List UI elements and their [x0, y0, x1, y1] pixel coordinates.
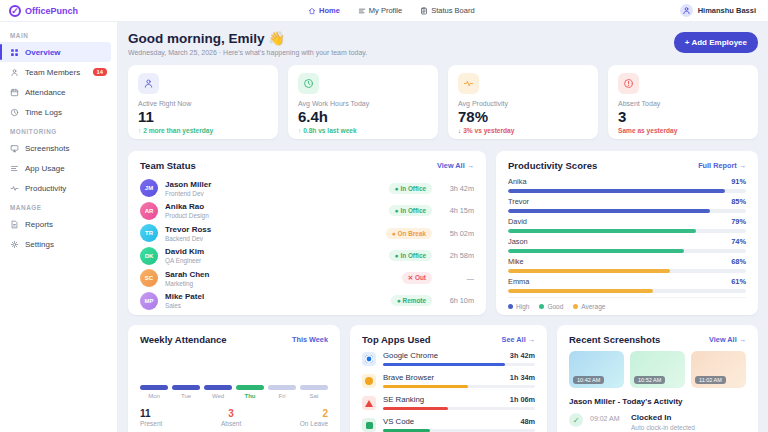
score-percent: 68% — [731, 257, 746, 266]
team-status-view-all-link[interactable]: View All → — [437, 161, 474, 170]
monitor-icon — [10, 144, 19, 153]
attendance-label: On Leave — [300, 420, 328, 427]
screenshot-thumbnail[interactable]: 10:52 AM — [630, 351, 685, 388]
stat-delta: Same as yesterday — [618, 127, 748, 134]
app-usage-row[interactable]: SE Ranking1h 06m — [362, 395, 535, 410]
day-bar — [172, 385, 200, 390]
day-column-tue[interactable]: Tue — [172, 385, 200, 399]
score-name: Anika — [508, 177, 527, 186]
pulse-icon — [10, 184, 19, 193]
score-track — [508, 249, 746, 253]
score-percent: 79% — [731, 217, 746, 226]
topnav-item-status-board[interactable]: Status Board — [420, 6, 474, 15]
member-hours: 2h 58m — [432, 251, 474, 260]
app-usage-row[interactable]: Google Chrome3h 42m — [362, 351, 535, 366]
team-member-row[interactable]: DK David KimQA Engineer ● In Office 2h 5… — [140, 245, 474, 268]
member-avatar: MP — [140, 292, 158, 310]
productivity-row: Mike68% — [508, 257, 746, 273]
sidebar-item-productivity[interactable]: Productivity — [0, 178, 117, 198]
day-column-sat[interactable]: Sat — [300, 385, 328, 399]
app-track — [383, 385, 535, 388]
stat-card-avg-productivity: Avg Productivity 78% ↓ 3% vs yesterday — [448, 65, 598, 139]
sidebar-item-team-members[interactable]: Team Members14 — [0, 62, 117, 82]
stat-cards: Active Right Now 11 ↑ 2 more than yester… — [128, 65, 758, 139]
screenshots-view-all-link[interactable]: View All → — [709, 335, 746, 344]
productivity-title: Productivity Scores — [508, 160, 597, 171]
app-icon-chip — [362, 396, 376, 410]
productivity-row: David79% — [508, 217, 746, 233]
grid-icon — [10, 48, 19, 57]
topnav-item-home[interactable]: Home — [308, 6, 340, 15]
sidebar-item-app-usage[interactable]: App Usage — [0, 158, 117, 178]
score-bar — [508, 249, 684, 253]
status-badge: ● In Office — [389, 205, 432, 216]
topnav-item-label: My Profile — [369, 6, 402, 15]
team-member-row[interactable]: JM Jason MillerFrontend Dev ● In Office … — [140, 177, 474, 200]
add-employee-button[interactable]: + Add Employee — [674, 32, 758, 53]
full-report-link[interactable]: Full Report → — [698, 161, 746, 170]
status-badge: ● In Office — [389, 250, 432, 261]
sidebar-item-overview[interactable]: Overview — [0, 42, 111, 62]
day-column-fri[interactable]: Fri — [268, 385, 296, 399]
top-apps-card: Top Apps Used See All → Google Chrome3h … — [350, 325, 547, 432]
app-icon-chip — [362, 374, 376, 388]
sidebar-item-reports[interactable]: Reports — [0, 214, 117, 234]
recent-screenshots-title: Recent Screenshots — [569, 334, 660, 345]
team-member-row[interactable]: SC Sarah ChenMarketing ✕ Out — — [140, 267, 474, 290]
sidebar-item-time-logs[interactable]: Time Logs — [0, 102, 117, 122]
brand-logo[interactable]: ✓ OfficePunch — [0, 5, 118, 17]
screenshot-timestamp: 10:42 AM — [573, 376, 604, 384]
app-usage-row[interactable]: VS Code48m — [362, 417, 535, 432]
attendance-stat-on-leave: 2 On Leave — [300, 408, 328, 427]
score-name: Mike — [508, 257, 524, 266]
home-icon — [308, 7, 316, 15]
team-status-card: Team Status View All → JM Jason MillerFr… — [128, 151, 486, 315]
user-menu[interactable]: Himanshu Bassi — [680, 4, 768, 17]
day-label: Wed — [204, 393, 232, 399]
attendance-value: 2 — [300, 408, 328, 419]
day-column-thu[interactable]: Thu — [236, 385, 264, 399]
screenshot-thumbnail[interactable]: 10:42 AM — [569, 351, 624, 388]
day-bar — [140, 385, 168, 390]
productivity-row: Trevor85% — [508, 197, 746, 213]
sidebar-item-attendance[interactable]: Attendance — [0, 82, 117, 102]
list-icon — [10, 164, 19, 173]
score-track — [508, 289, 746, 293]
member-role: QA Engineer — [165, 257, 389, 264]
recent-screenshots-card: Recent Screenshots View All → 10:42 AM 1… — [557, 325, 758, 432]
member-avatar: DK — [140, 247, 158, 265]
team-member-row[interactable]: TR Trevor RossBackend Dev ● On Break 5h … — [140, 222, 474, 245]
status-badge: ✕ Out — [402, 272, 432, 284]
app-time: 48m — [520, 417, 535, 426]
status-badge: ● On Break — [386, 228, 432, 239]
sidebar-item-settings[interactable]: Settings — [0, 234, 117, 254]
see-all-link[interactable]: See All → — [502, 335, 535, 344]
topnav-item-label: Status Board — [431, 6, 474, 15]
stat-card-absent-today: Absent Today 3 Same as yesterday — [608, 65, 758, 139]
sidebar-item-label: Reports — [25, 220, 53, 229]
list-icon — [358, 7, 366, 15]
screenshot-thumbnail[interactable]: 11:02 AM — [691, 351, 746, 388]
score-bar — [508, 289, 653, 293]
app-name: VS Code — [383, 417, 414, 426]
day-column-mon[interactable]: Mon — [140, 385, 168, 399]
productivity-row: Jason74% — [508, 237, 746, 253]
app-usage-row[interactable]: Brave Browser1h 34m — [362, 373, 535, 388]
this-week-link[interactable]: This Week — [292, 335, 328, 344]
score-name: Jason — [508, 237, 528, 246]
team-member-row[interactable]: AR Anika RaoProduct Design ● In Office 4… — [140, 200, 474, 223]
team-member-row[interactable]: MP Mike PatelSales ● Remote 6h 10m — [140, 290, 474, 313]
stat-delta: ↑ 2 more than yesterday — [138, 127, 268, 134]
app-name: SE Ranking — [383, 395, 424, 404]
weekly-attendance-title: Weekly Attendance — [140, 334, 227, 345]
score-percent: 91% — [731, 177, 746, 186]
attendance-label: Present — [140, 420, 162, 427]
sidebar-item-screenshots[interactable]: Screenshots — [0, 138, 117, 158]
sidebar-item-label: Attendance — [25, 88, 65, 97]
stat-label: Avg Productivity — [458, 100, 588, 107]
day-column-wed[interactable]: Wed — [204, 385, 232, 399]
gear-icon — [10, 240, 19, 249]
member-name: Trevor Ross — [165, 225, 386, 234]
stat-chip — [138, 73, 159, 94]
topnav-item-my-profile[interactable]: My Profile — [358, 6, 402, 15]
